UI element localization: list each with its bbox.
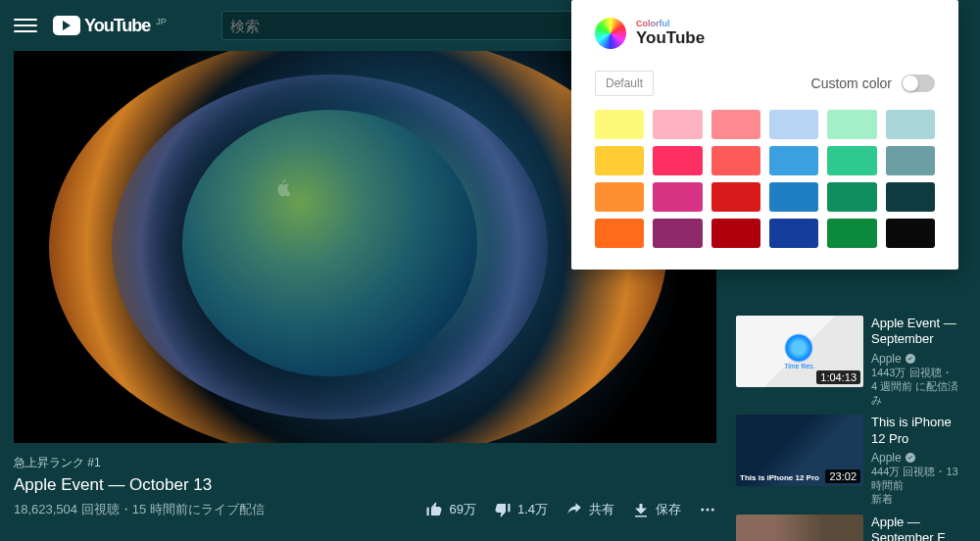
color-swatch[interactable] — [769, 146, 818, 175]
verified-icon — [905, 452, 916, 464]
dislike-button[interactable]: 1.4万 — [494, 501, 548, 518]
color-swatch[interactable] — [711, 146, 760, 175]
related-video[interactable]: This is iPhone 12 Pro 23:02 This is iPho… — [736, 415, 966, 506]
color-swatch[interactable] — [886, 219, 935, 248]
color-swatch[interactable] — [886, 110, 935, 139]
search-input[interactable] — [230, 18, 565, 34]
video-title: Apple Event — October 13 — [14, 475, 716, 495]
youtube-logo[interactable]: YouTube JP — [53, 16, 167, 36]
color-swatch[interactable] — [769, 182, 818, 212]
more-icon — [699, 501, 716, 518]
thumbnail — [736, 515, 863, 541]
color-swatch[interactable] — [827, 110, 876, 139]
save-label: 保存 — [656, 501, 681, 518]
color-swatch[interactable] — [653, 110, 702, 139]
color-swatch[interactable] — [769, 110, 818, 139]
duration-badge: 1:04:13 — [816, 370, 860, 384]
color-swatch[interactable] — [595, 110, 644, 139]
thumbs-up-icon — [425, 501, 443, 518]
color-swatch[interactable] — [827, 219, 876, 248]
color-picker-popup: Colorful YouTube Default Custom color — [571, 0, 958, 270]
verified-icon — [905, 353, 916, 365]
share-icon — [565, 501, 583, 518]
region-label: JP — [156, 17, 167, 26]
related-title: This is iPhone 12 Pro — [871, 415, 966, 447]
colorful-logo-icon — [595, 18, 626, 49]
custom-color-label: Custom color — [811, 75, 892, 91]
svg-point-2 — [711, 509, 714, 512]
related-video[interactable]: Time flies. 1:04:13 Apple Event — Septem… — [736, 316, 966, 407]
related-title: Apple Event — September — [871, 316, 966, 348]
video-stats: 18,623,504 回視聴・15 時間前にライブ配信 — [14, 501, 265, 518]
related-video[interactable]: Apple — September E Apple 294万 回視聴・6 年前 — [736, 515, 966, 541]
color-swatch[interactable] — [827, 146, 876, 175]
color-swatch[interactable] — [886, 146, 935, 175]
color-swatch[interactable] — [653, 182, 702, 212]
brand-label: YouTube — [636, 29, 705, 48]
related-views: 1443万 回視聴・ — [871, 366, 966, 379]
video-art — [182, 110, 477, 376]
more-button[interactable] — [699, 501, 716, 518]
color-swatch[interactable] — [711, 182, 760, 212]
thumbnail: This is iPhone 12 Pro 23:02 — [736, 415, 863, 486]
swatch-grid — [595, 110, 935, 248]
like-count: 69万 — [449, 501, 475, 518]
color-swatch[interactable] — [827, 182, 876, 212]
color-swatch[interactable] — [711, 110, 760, 139]
color-swatch[interactable] — [653, 146, 702, 175]
hamburger-menu[interactable] — [14, 14, 37, 37]
custom-color-toggle[interactable] — [902, 74, 935, 92]
save-button[interactable]: 保存 — [632, 501, 681, 518]
color-swatch[interactable] — [769, 219, 818, 248]
related-channel: Apple — [871, 451, 966, 465]
related-time: 4 週間前 に配信済み — [871, 379, 966, 408]
svg-point-1 — [707, 509, 710, 512]
save-icon — [632, 501, 650, 518]
default-button[interactable]: Default — [595, 71, 654, 96]
related-title: Apple — September E — [871, 515, 966, 541]
related-time: 新着 — [871, 492, 966, 506]
search-box[interactable] — [221, 11, 574, 40]
thumbs-down-icon — [494, 501, 512, 518]
color-swatch[interactable] — [595, 146, 644, 175]
share-button[interactable]: 共有 — [565, 501, 614, 518]
dislike-count: 1.4万 — [517, 501, 548, 518]
thumbnail: Time flies. 1:04:13 — [736, 316, 863, 387]
duration-badge: 23:02 — [825, 469, 860, 483]
apple-icon — [273, 176, 293, 200]
color-swatch[interactable] — [595, 182, 644, 212]
like-button[interactable]: 69万 — [425, 501, 475, 518]
trending-label: 急上昇ランク #1 — [14, 455, 716, 471]
related-channel: Apple — [871, 352, 966, 366]
play-icon — [53, 16, 80, 35]
color-swatch[interactable] — [711, 219, 760, 248]
share-label: 共有 — [589, 501, 614, 518]
logo-text: YouTube — [84, 16, 150, 36]
svg-point-0 — [701, 509, 704, 512]
related-views: 444万 回視聴・13 時間前 — [871, 465, 966, 493]
color-swatch[interactable] — [653, 219, 702, 248]
color-swatch[interactable] — [595, 219, 644, 248]
color-swatch[interactable] — [886, 182, 935, 212]
